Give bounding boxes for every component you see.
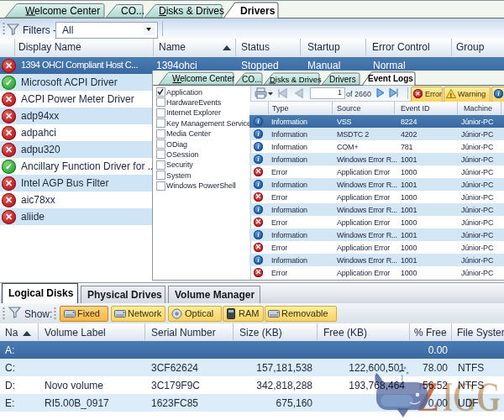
- svg-text:Welcome Center: Welcome Center: [25, 5, 100, 17]
- svg-text:I: I: [443, 373, 453, 420]
- svg-text:CO...: CO...: [242, 75, 261, 84]
- svg-text:G: G: [476, 373, 501, 420]
- svg-text:Disks & Drives: Disks & Drives: [159, 5, 224, 17]
- svg-text:Disks & Drives: Disks & Drives: [270, 75, 322, 84]
- svg-text:Drivers: Drivers: [329, 75, 356, 84]
- svg-text:Drivers: Drivers: [240, 5, 276, 17]
- svg-text:G: G: [453, 373, 476, 420]
- svg-text:!: !: [449, 92, 452, 99]
- svg-text:Event Logs: Event Logs: [368, 74, 413, 83]
- svg-text:CO...: CO...: [121, 5, 144, 17]
- svg-text:Welcome Center: Welcome Center: [172, 74, 235, 83]
